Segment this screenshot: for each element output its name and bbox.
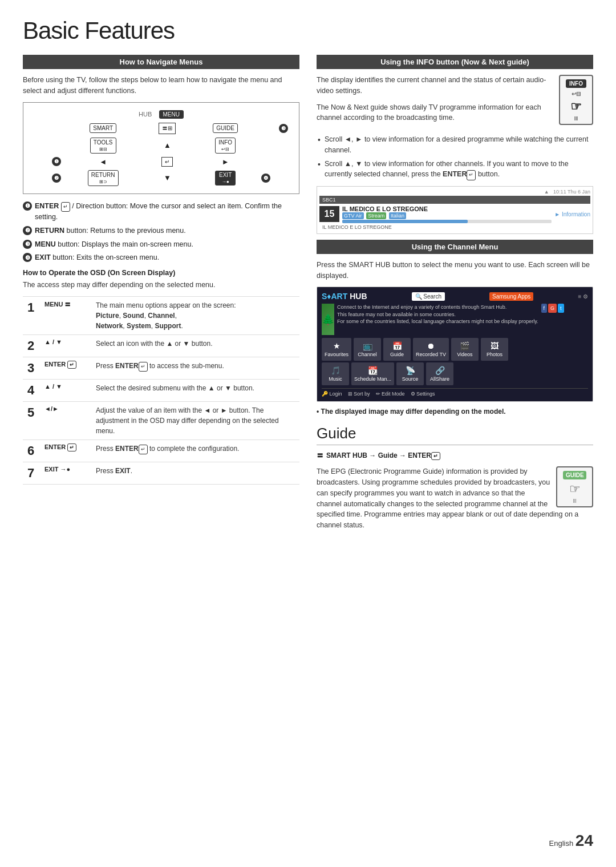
osd-num-7: 7 [23,462,40,484]
sh-app-icons: f G t [541,304,564,335]
sh-allshare: 🔗AllShare [426,362,453,385]
osd-label-4: ▲ / ▼ [40,379,91,401]
channel-subtitle: IL MEDICO E LO STREGONE [319,223,590,231]
music-icon: 🎵 [325,366,346,375]
progress-bar [342,220,552,223]
guide-path: 〓 SMART HUB → Guide → ENTER↵ [317,451,593,461]
grid-btn: 〓⊞ [159,123,176,134]
num-badge-4: ❹ [23,253,32,262]
list-item-2-text: RETURN button: Returns to the previous m… [35,225,186,236]
channel-time: ▲ 10:11 Thu 6 Jan [319,189,590,195]
sh-favourites: ★Favourites [322,338,351,361]
osd-num-4: 4 [23,379,40,401]
finger-lines: ||| [566,115,586,120]
photo-icon: 🖼 [484,341,505,350]
note-text: The displayed image may differ depending… [321,408,506,416]
vid-icon: 🎬 [454,341,476,350]
left-arrow: ◄ [99,158,107,166]
remote-diagram: HUB MENU SMART 〓⊞ GUIDE ❸ TOOLS⊞⊟ ▲ [23,102,299,194]
sh-channel: 📺Channel [354,338,381,361]
osd-title: How to Operate the OSD (On Screen Displa… [23,269,299,277]
osd-label-1: MENU 〓 [40,296,91,334]
table-row: 3 ENTER ↵ Press ENTER↵ to access the sub… [23,357,299,379]
table-row: 4 ▲ / ▼ Select the desired submenu with … [23,379,299,401]
fav-icon: ★ [325,341,348,350]
google-icon: G [548,304,557,313]
nav-menus-list: ❶ ENTER ↵ / Direction button: Move the c… [23,201,299,264]
schedule-icon: 📆 [354,366,391,375]
tools-btn: TOOLS⊞⊟ [90,138,116,154]
guide-hand-icon: ☞ [563,482,586,497]
tag-italian: Italian [389,212,406,219]
num1-badge: ❶ [52,157,61,166]
allshare-icon: 🔗 [429,366,451,375]
progress-fill [342,220,468,223]
channel-tags: GTV Air Stream Italian [342,212,552,219]
sh-logo-blue: S♦ART [322,292,347,301]
sh-edit: ✏ Edit Mode [376,391,405,397]
info-para2: The Now & Next guide shows daily TV prog… [317,102,593,124]
menu-btn: MENU [159,110,184,119]
table-row: 5 ◄/► Adjust the value of an item with t… [23,401,299,439]
smart-btn: SMART [90,123,116,133]
fb-icon: f [541,304,548,313]
sh-main-image: 🌲 [322,304,334,335]
sh-samsung-apps: Samsung Apps [489,292,533,301]
guide-title: Guide [317,425,593,445]
guide-section: Guide 〓 SMART HUB → Guide → ENTER↵ GUIDE… [317,425,593,537]
sh-guide: 📅Guide [383,338,411,361]
osd-label-6: ENTER ↵ [40,439,91,462]
source-icon: 📡 [399,366,421,375]
guide-finger-lines: ||| [563,498,586,503]
osd-desc-3: Press ENTER↵ to access the sub-menu. [91,357,299,379]
osd-num-5: 5 [23,401,40,439]
osd-desc-2: Select an icon with the ▲ or ▼ button. [91,334,299,357]
num-badge-3: ❸ [23,240,32,249]
sh-settings: ⚙ Settings [411,391,435,397]
osd-num-3: 3 [23,357,40,379]
list-item-4-text: EXIT button: Exits the on-screen menu. [35,252,159,263]
info-icon-small: ↩⊟ [572,91,581,97]
return-btn: RETURN⊞⊃ [88,170,119,186]
info-para1: The display identifies the current chann… [317,75,593,96]
hand-icon: ☞ [566,99,586,114]
table-row: 2 ▲ / ▼ Select an icon with the ▲ or ▼ b… [23,334,299,357]
nav-menus-intro: Before using the TV, follow the steps be… [23,75,299,96]
info-bullets: Scroll ◄, ► to view information for a de… [317,134,593,180]
channel-row: 15 IL MEDICO E LO STREGONE GTV Air Strea… [319,205,590,223]
left-column: How to Navigate Menus Before using the T… [23,55,299,537]
sh-music: 🎵Music [322,362,349,385]
osd-table: 1 MENU 〓 The main menu options appear on… [23,296,299,485]
osd-label-2: ▲ / ▼ [40,334,91,357]
osd-desc-5: Adjust the value of an item with the ◄ o… [91,401,299,439]
page-number: 24 [576,832,593,849]
page-footer: English 24 [549,832,593,850]
num4-badge: ❹ [261,174,270,183]
sh-login: 🔑 Login [322,391,342,397]
num3-badge: ❸ [279,124,288,133]
num2-badge: ❷ [52,174,61,183]
table-row: 1 MENU 〓 The main menu options appear on… [23,296,299,334]
osd-label-3: ENTER ↵ [40,357,91,379]
list-item-3-text: MENU button: Displays the main on-screen… [35,239,193,250]
info-button-image: INFO ↩⊟ ☞ ||| [559,75,593,125]
info-button-header: Using the INFO button (Now & Next guide) [317,55,593,69]
sh-search-bar: 🔍 Search [412,292,445,301]
guide-path-text: SMART HUB → Guide → ENTER↵ [326,451,440,460]
channel-number: 15 [319,206,339,222]
channel-source: SBC1 [319,196,590,204]
info-label: INFO [566,79,586,88]
channel-menu-para: Press the SMART HUB button to select the… [317,260,593,281]
nav-menus-header: How to Navigate Menus [23,55,299,69]
channel-menu-header: Using the Channel Menu [317,240,593,254]
osd-num-1: 1 [23,296,40,334]
list-item-3: ❸ MENU button: Displays the main on-scre… [23,239,299,250]
ch-icon: 📺 [356,341,378,350]
table-row: 7 EXIT →● Press EXIT. [23,462,299,484]
channel-info: IL MEDICO E LO STREGONE GTV Air Stream I… [342,205,552,223]
sh-app-row1: f G t [541,304,564,313]
info-section-content: INFO ↩⊟ ☞ ||| The display identifies the… [317,75,593,130]
num-badge-1: ❶ [23,201,32,211]
sh-schedule: 📆Schedule Man... [351,362,394,385]
smarthub-logo: S♦ART HUB [322,292,367,301]
